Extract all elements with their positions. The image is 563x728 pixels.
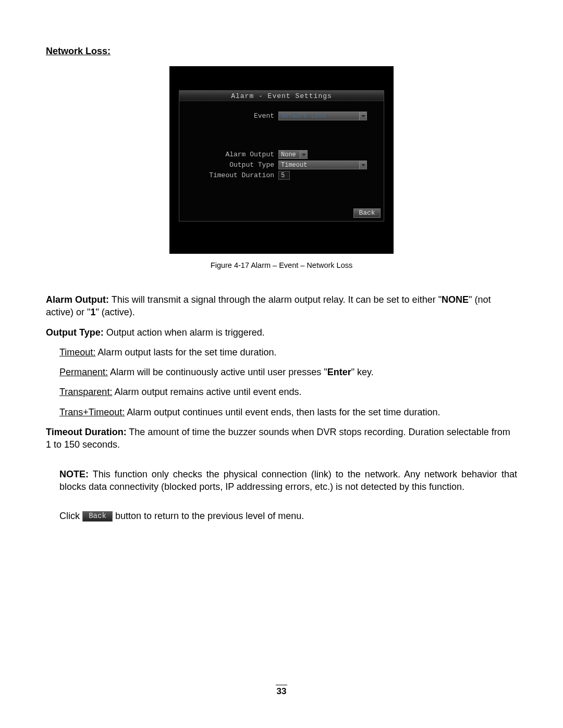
chevron-down-icon[interactable] bbox=[300, 151, 307, 158]
timeout-paragraph: Timeout: Alarm output lasts for the set … bbox=[46, 346, 517, 359]
back-button[interactable]: Back bbox=[353, 208, 381, 218]
text: " (active). bbox=[95, 307, 134, 317]
dvr-titlebar: Alarm - Event Settings bbox=[179, 91, 384, 101]
alarm-output-select[interactable]: None bbox=[278, 150, 308, 159]
page-number: 33 bbox=[0, 685, 563, 697]
text: Alarm output lasts for the set time dura… bbox=[95, 347, 276, 357]
text: " key. bbox=[351, 367, 374, 377]
text: Alarm output remains active until event … bbox=[112, 387, 301, 397]
alarm-output-term: Alarm Output: bbox=[46, 294, 109, 305]
note-paragraph: NOTE: This function only checks the phys… bbox=[46, 468, 517, 493]
text: This function only checks the physical c… bbox=[59, 469, 517, 492]
text: button to return to the previous level o… bbox=[113, 511, 304, 521]
dvr-screenshot: Alarm - Event Settings Event Network Los… bbox=[169, 66, 394, 254]
click-back-paragraph: Click Back button to return to the previ… bbox=[46, 510, 517, 522]
text: This will transmit a signal through the … bbox=[109, 294, 442, 305]
output-type-row: Output Type Timeout bbox=[179, 161, 367, 169]
none-literal: NONE bbox=[442, 294, 469, 305]
event-row: Event Network Loss bbox=[179, 112, 367, 120]
alarm-output-label: Alarm Output bbox=[179, 151, 278, 158]
timeout-duration-label: Timeout Duration bbox=[179, 171, 278, 179]
trans-timeout-paragraph: Trans+Timeout: Alarm output continues un… bbox=[46, 406, 517, 418]
output-type-term: Output Type: bbox=[46, 327, 104, 338]
alarm-output-row: Alarm Output None bbox=[179, 150, 308, 159]
trans-timeout-term: Trans+Timeout: bbox=[59, 407, 125, 417]
note-term: NOTE: bbox=[59, 469, 89, 479]
timeout-duration-row: Timeout Duration 5 bbox=[179, 171, 290, 180]
alarm-output-value: None bbox=[279, 151, 300, 158]
output-type-label: Output Type bbox=[179, 161, 278, 169]
timeout-duration-value: 5 bbox=[281, 172, 285, 179]
timeout-term: Timeout: bbox=[59, 347, 95, 357]
dvr-panel: Alarm - Event Settings Event Network Los… bbox=[179, 90, 384, 221]
section-title: Network Loss: bbox=[46, 46, 517, 57]
figure-container: Alarm - Event Settings Event Network Los… bbox=[46, 66, 517, 269]
transparent-term: Transparent: bbox=[59, 387, 112, 397]
event-value: Network Loss bbox=[279, 113, 359, 120]
timeout-duration-paragraph: Timeout Duration: The amount of time the… bbox=[46, 426, 517, 451]
output-type-paragraph: Output Type: Output action when alarm is… bbox=[46, 326, 517, 339]
chevron-down-icon[interactable] bbox=[359, 161, 366, 169]
one-literal: 1 bbox=[90, 307, 95, 317]
permanent-paragraph: Permanent: Alarm will be continuously ac… bbox=[46, 366, 517, 378]
timeout-duration-term: Timeout Duration: bbox=[46, 427, 127, 437]
timeout-duration-input[interactable]: 5 bbox=[278, 171, 290, 180]
permanent-term: Permanent: bbox=[59, 367, 108, 377]
dvr-title-text: Alarm - Event Settings bbox=[231, 92, 332, 100]
text: Alarm will be continuously active until … bbox=[108, 367, 327, 377]
text: Alarm output continues until event ends,… bbox=[125, 407, 440, 417]
alarm-output-paragraph: Alarm Output: This will transmit a signa… bbox=[46, 293, 517, 319]
transparent-paragraph: Transparent: Alarm output remains active… bbox=[46, 386, 517, 398]
dvr-body: Event Network Loss Alarm Output None bbox=[179, 101, 384, 221]
chevron-down-icon[interactable] bbox=[359, 112, 366, 120]
enter-literal: Enter bbox=[327, 367, 351, 377]
text: Click bbox=[59, 511, 82, 521]
figure-caption: Figure 4-17 Alarm – Event – Network Loss bbox=[46, 261, 517, 269]
inline-back-button-icon: Back bbox=[82, 511, 113, 522]
event-label: Event bbox=[179, 112, 278, 120]
text: Output action when alarm is triggered. bbox=[104, 327, 265, 338]
output-type-select[interactable]: Timeout bbox=[278, 161, 367, 169]
event-select[interactable]: Network Loss bbox=[278, 112, 367, 120]
output-type-value: Timeout bbox=[279, 162, 359, 169]
